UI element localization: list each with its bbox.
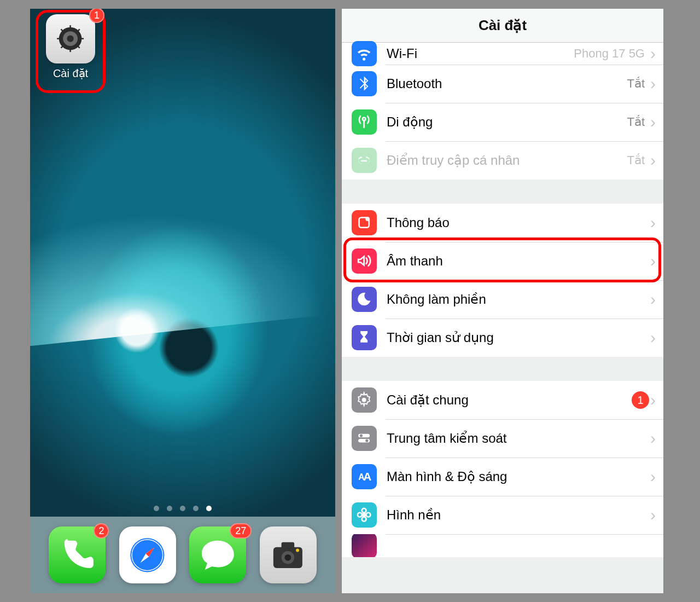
svg-point-19 — [296, 548, 299, 552]
siri-icon — [352, 534, 377, 557]
dock-messages[interactable]: 27 — [189, 526, 246, 583]
display-icon: AA — [352, 464, 377, 489]
row-wallpaper[interactable]: Hình nền › — [342, 496, 663, 534]
row-dnd[interactable]: Không làm phiền › — [342, 280, 663, 319]
row-wifi[interactable]: Wi-Fi Phong 17 5G › — [342, 43, 663, 65]
chevron-right-icon: › — [649, 252, 663, 270]
row-sounds[interactable]: Âm thanh › — [342, 242, 663, 280]
hourglass-icon — [352, 325, 377, 350]
row-label: Thông báo — [387, 215, 450, 230]
svg-point-26 — [366, 439, 369, 442]
row-label: Không làm phiền — [387, 292, 486, 307]
row-general[interactable]: Cài đặt chung 1 › — [342, 381, 663, 419]
svg-point-31 — [362, 517, 366, 522]
row-label: Điểm truy cập cá nhân — [387, 153, 520, 168]
dock-camera[interactable] — [260, 526, 317, 583]
chevron-right-icon: › — [649, 506, 663, 524]
svg-point-32 — [358, 513, 362, 517]
svg-point-33 — [366, 513, 371, 517]
chevron-right-icon: › — [649, 467, 663, 486]
group-notify: Thông báo › Âm thanh › Không làm phiền › — [342, 204, 663, 357]
row-label: Trung tâm kiểm soát — [387, 431, 507, 446]
moon-icon — [352, 287, 377, 312]
group-general: Cài đặt chung 1 › Trung tâm kiểm soát › … — [342, 381, 663, 557]
row-label: Hình nền — [387, 507, 441, 523]
row-cellular[interactable]: Di động Tắt › — [342, 103, 663, 141]
homescreen-pane: Cài đặt 1 2 27 — [30, 9, 342, 593]
row-hotspot[interactable]: Điểm truy cập cá nhân Tắt › — [342, 141, 663, 180]
svg-point-2 — [67, 36, 74, 42]
row-control-center[interactable]: Trung tâm kiểm soát › — [342, 419, 663, 458]
svg-rect-18 — [282, 542, 295, 548]
chevron-right-icon: › — [649, 213, 663, 232]
phone-badge: 2 — [94, 523, 109, 539]
row-label: Cài đặt chung — [387, 392, 469, 408]
chevron-right-icon: › — [649, 113, 663, 131]
hotspot-icon — [352, 148, 377, 173]
gear-icon — [352, 387, 377, 413]
row-value: Tắt — [627, 153, 649, 167]
chevron-right-icon: › — [649, 44, 663, 63]
row-value: Tắt — [627, 115, 649, 129]
row-label: Thời gian sử dụng — [387, 330, 494, 345]
group-network: Wi-Fi Phong 17 5G › Bluetooth Tắt › Di đ… — [342, 43, 663, 180]
row-partial-bottom[interactable] — [342, 534, 663, 557]
row-label: Di động — [387, 114, 433, 130]
cellular-icon — [352, 109, 377, 135]
notifications-icon — [352, 210, 377, 235]
svg-point-25 — [360, 435, 363, 437]
row-label: Wi-Fi — [387, 46, 417, 61]
chevron-right-icon: › — [649, 328, 663, 347]
row-screentime[interactable]: Thời gian sử dụng › — [342, 319, 663, 357]
svg-point-22 — [362, 398, 366, 402]
svg-text:A: A — [364, 471, 372, 483]
safari-icon — [119, 526, 176, 583]
svg-point-21 — [366, 217, 370, 222]
settings-title: Cài đặt — [342, 9, 663, 43]
chevron-right-icon: › — [649, 429, 663, 448]
row-label: Bluetooth — [387, 76, 442, 91]
settings-app-label: Cài đặt — [41, 67, 100, 80]
dock-phone[interactable]: 2 — [49, 526, 106, 583]
settings-app[interactable]: Cài đặt — [41, 14, 100, 80]
settings-gear-icon — [46, 14, 95, 63]
dock: 2 27 — [30, 517, 335, 593]
sounds-icon — [352, 248, 377, 274]
bluetooth-icon — [352, 71, 377, 96]
wifi-icon — [352, 41, 377, 66]
flower-icon — [352, 502, 377, 528]
settings-pane: Cài đặt Wi-Fi Phong 17 5G › Bluetooth Tắ… — [342, 9, 663, 593]
row-notifications[interactable]: Thông báo › — [342, 204, 663, 242]
row-display[interactable]: AA Màn hình & Độ sáng › — [342, 458, 663, 496]
general-badge: 1 — [632, 391, 649, 409]
row-value: Tắt — [627, 77, 649, 91]
messages-badge: 27 — [230, 523, 252, 539]
chevron-right-icon: › — [649, 74, 663, 93]
chevron-right-icon: › — [649, 290, 663, 309]
svg-point-17 — [285, 554, 291, 561]
dock-safari[interactable] — [119, 526, 176, 583]
page-indicator[interactable] — [30, 506, 335, 511]
chevron-right-icon: › — [649, 151, 663, 170]
camera-icon — [260, 526, 317, 583]
row-label: Màn hình & Độ sáng — [387, 469, 507, 484]
toggles-icon — [352, 426, 377, 451]
svg-point-30 — [362, 508, 366, 513]
chevron-right-icon: › — [649, 391, 663, 409]
row-label: Âm thanh — [387, 253, 443, 269]
row-bluetooth[interactable]: Bluetooth Tắt › — [342, 65, 663, 103]
row-value: Phong 17 5G — [574, 47, 649, 61]
